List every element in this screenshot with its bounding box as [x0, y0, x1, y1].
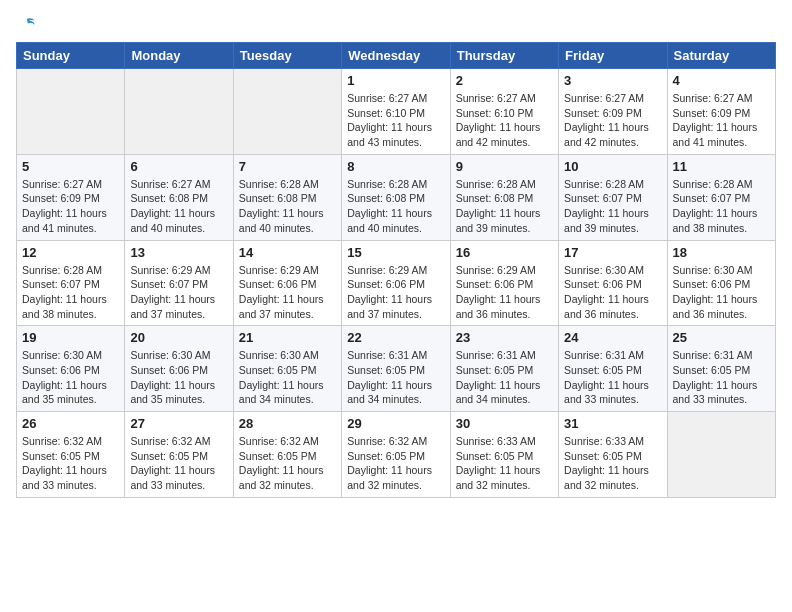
day-info: Sunrise: 6:30 AMSunset: 6:06 PMDaylight:…	[130, 348, 227, 407]
day-info: Sunrise: 6:33 AMSunset: 6:05 PMDaylight:…	[456, 434, 553, 493]
day-number: 20	[130, 330, 227, 345]
day-info: Sunrise: 6:29 AMSunset: 6:06 PMDaylight:…	[347, 263, 444, 322]
day-info: Sunrise: 6:30 AMSunset: 6:06 PMDaylight:…	[564, 263, 661, 322]
day-info: Sunrise: 6:27 AMSunset: 6:09 PMDaylight:…	[22, 177, 119, 236]
calendar-cell: 4Sunrise: 6:27 AMSunset: 6:09 PMDaylight…	[667, 69, 775, 155]
calendar-cell: 15Sunrise: 6:29 AMSunset: 6:06 PMDayligh…	[342, 240, 450, 326]
day-info: Sunrise: 6:32 AMSunset: 6:05 PMDaylight:…	[347, 434, 444, 493]
calendar-header-row: SundayMondayTuesdayWednesdayThursdayFrid…	[17, 43, 776, 69]
calendar-cell: 30Sunrise: 6:33 AMSunset: 6:05 PMDayligh…	[450, 412, 558, 498]
day-number: 21	[239, 330, 336, 345]
day-number: 27	[130, 416, 227, 431]
day-info: Sunrise: 6:32 AMSunset: 6:05 PMDaylight:…	[239, 434, 336, 493]
day-info: Sunrise: 6:29 AMSunset: 6:06 PMDaylight:…	[456, 263, 553, 322]
day-info: Sunrise: 6:28 AMSunset: 6:07 PMDaylight:…	[22, 263, 119, 322]
calendar-week-row: 19Sunrise: 6:30 AMSunset: 6:06 PMDayligh…	[17, 326, 776, 412]
day-info: Sunrise: 6:31 AMSunset: 6:05 PMDaylight:…	[347, 348, 444, 407]
day-info: Sunrise: 6:27 AMSunset: 6:09 PMDaylight:…	[673, 91, 770, 150]
day-info: Sunrise: 6:27 AMSunset: 6:10 PMDaylight:…	[347, 91, 444, 150]
calendar-cell: 8Sunrise: 6:28 AMSunset: 6:08 PMDaylight…	[342, 154, 450, 240]
day-info: Sunrise: 6:27 AMSunset: 6:09 PMDaylight:…	[564, 91, 661, 150]
calendar-cell: 7Sunrise: 6:28 AMSunset: 6:08 PMDaylight…	[233, 154, 341, 240]
calendar-cell	[233, 69, 341, 155]
day-number: 6	[130, 159, 227, 174]
column-header-sunday: Sunday	[17, 43, 125, 69]
calendar-cell: 14Sunrise: 6:29 AMSunset: 6:06 PMDayligh…	[233, 240, 341, 326]
calendar-cell: 31Sunrise: 6:33 AMSunset: 6:05 PMDayligh…	[559, 412, 667, 498]
calendar-cell: 17Sunrise: 6:30 AMSunset: 6:06 PMDayligh…	[559, 240, 667, 326]
calendar-cell: 11Sunrise: 6:28 AMSunset: 6:07 PMDayligh…	[667, 154, 775, 240]
day-number: 18	[673, 245, 770, 260]
calendar-cell: 26Sunrise: 6:32 AMSunset: 6:05 PMDayligh…	[17, 412, 125, 498]
calendar-week-row: 1Sunrise: 6:27 AMSunset: 6:10 PMDaylight…	[17, 69, 776, 155]
day-number: 7	[239, 159, 336, 174]
day-info: Sunrise: 6:28 AMSunset: 6:08 PMDaylight:…	[347, 177, 444, 236]
day-number: 11	[673, 159, 770, 174]
day-info: Sunrise: 6:30 AMSunset: 6:06 PMDaylight:…	[22, 348, 119, 407]
calendar-week-row: 5Sunrise: 6:27 AMSunset: 6:09 PMDaylight…	[17, 154, 776, 240]
calendar-cell: 22Sunrise: 6:31 AMSunset: 6:05 PMDayligh…	[342, 326, 450, 412]
calendar-cell: 1Sunrise: 6:27 AMSunset: 6:10 PMDaylight…	[342, 69, 450, 155]
calendar-cell	[125, 69, 233, 155]
calendar-table: SundayMondayTuesdayWednesdayThursdayFrid…	[16, 42, 776, 498]
day-number: 22	[347, 330, 444, 345]
calendar-cell: 24Sunrise: 6:31 AMSunset: 6:05 PMDayligh…	[559, 326, 667, 412]
day-number: 17	[564, 245, 661, 260]
day-number: 10	[564, 159, 661, 174]
day-number: 3	[564, 73, 661, 88]
calendar-cell: 23Sunrise: 6:31 AMSunset: 6:05 PMDayligh…	[450, 326, 558, 412]
day-number: 2	[456, 73, 553, 88]
column-header-thursday: Thursday	[450, 43, 558, 69]
column-header-tuesday: Tuesday	[233, 43, 341, 69]
day-number: 5	[22, 159, 119, 174]
day-number: 25	[673, 330, 770, 345]
day-info: Sunrise: 6:29 AMSunset: 6:06 PMDaylight:…	[239, 263, 336, 322]
column-header-saturday: Saturday	[667, 43, 775, 69]
calendar-cell: 20Sunrise: 6:30 AMSunset: 6:06 PMDayligh…	[125, 326, 233, 412]
day-info: Sunrise: 6:29 AMSunset: 6:07 PMDaylight:…	[130, 263, 227, 322]
calendar-cell: 16Sunrise: 6:29 AMSunset: 6:06 PMDayligh…	[450, 240, 558, 326]
column-header-friday: Friday	[559, 43, 667, 69]
calendar-cell	[17, 69, 125, 155]
day-number: 12	[22, 245, 119, 260]
day-number: 29	[347, 416, 444, 431]
day-number: 9	[456, 159, 553, 174]
day-number: 28	[239, 416, 336, 431]
calendar-cell: 13Sunrise: 6:29 AMSunset: 6:07 PMDayligh…	[125, 240, 233, 326]
calendar-cell: 9Sunrise: 6:28 AMSunset: 6:08 PMDaylight…	[450, 154, 558, 240]
calendar-cell: 21Sunrise: 6:30 AMSunset: 6:05 PMDayligh…	[233, 326, 341, 412]
column-header-monday: Monday	[125, 43, 233, 69]
day-number: 16	[456, 245, 553, 260]
day-info: Sunrise: 6:31 AMSunset: 6:05 PMDaylight:…	[673, 348, 770, 407]
logo-bird-icon	[18, 16, 36, 34]
day-info: Sunrise: 6:27 AMSunset: 6:08 PMDaylight:…	[130, 177, 227, 236]
calendar-cell: 29Sunrise: 6:32 AMSunset: 6:05 PMDayligh…	[342, 412, 450, 498]
day-number: 4	[673, 73, 770, 88]
day-info: Sunrise: 6:31 AMSunset: 6:05 PMDaylight:…	[564, 348, 661, 407]
day-number: 31	[564, 416, 661, 431]
logo	[16, 16, 36, 30]
day-number: 19	[22, 330, 119, 345]
calendar-cell: 6Sunrise: 6:27 AMSunset: 6:08 PMDaylight…	[125, 154, 233, 240]
day-info: Sunrise: 6:32 AMSunset: 6:05 PMDaylight:…	[130, 434, 227, 493]
day-info: Sunrise: 6:31 AMSunset: 6:05 PMDaylight:…	[456, 348, 553, 407]
column-header-wednesday: Wednesday	[342, 43, 450, 69]
calendar-cell: 12Sunrise: 6:28 AMSunset: 6:07 PMDayligh…	[17, 240, 125, 326]
day-info: Sunrise: 6:30 AMSunset: 6:05 PMDaylight:…	[239, 348, 336, 407]
calendar-cell: 18Sunrise: 6:30 AMSunset: 6:06 PMDayligh…	[667, 240, 775, 326]
calendar-week-row: 12Sunrise: 6:28 AMSunset: 6:07 PMDayligh…	[17, 240, 776, 326]
day-info: Sunrise: 6:28 AMSunset: 6:07 PMDaylight:…	[673, 177, 770, 236]
calendar-cell: 25Sunrise: 6:31 AMSunset: 6:05 PMDayligh…	[667, 326, 775, 412]
calendar-cell: 10Sunrise: 6:28 AMSunset: 6:07 PMDayligh…	[559, 154, 667, 240]
day-number: 15	[347, 245, 444, 260]
day-info: Sunrise: 6:33 AMSunset: 6:05 PMDaylight:…	[564, 434, 661, 493]
day-number: 8	[347, 159, 444, 174]
day-number: 23	[456, 330, 553, 345]
calendar-cell: 28Sunrise: 6:32 AMSunset: 6:05 PMDayligh…	[233, 412, 341, 498]
calendar-cell: 3Sunrise: 6:27 AMSunset: 6:09 PMDaylight…	[559, 69, 667, 155]
day-info: Sunrise: 6:28 AMSunset: 6:08 PMDaylight:…	[456, 177, 553, 236]
calendar-cell: 27Sunrise: 6:32 AMSunset: 6:05 PMDayligh…	[125, 412, 233, 498]
page-header	[16, 16, 776, 30]
calendar-cell	[667, 412, 775, 498]
day-number: 13	[130, 245, 227, 260]
